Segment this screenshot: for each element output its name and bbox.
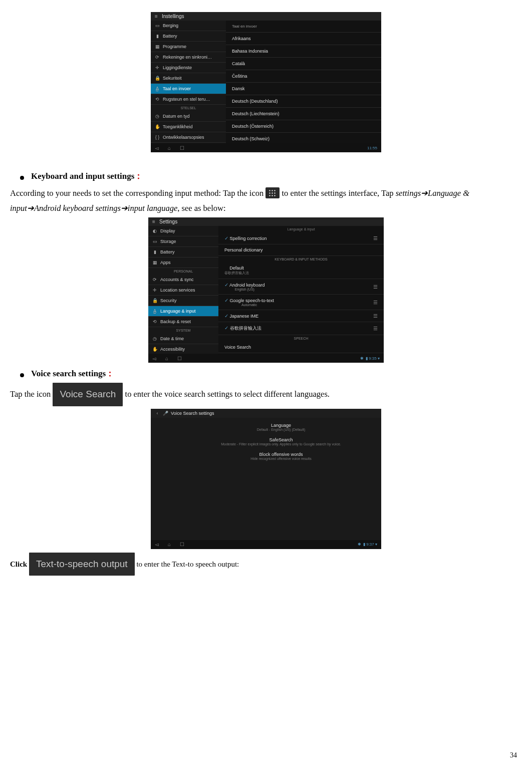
sidebar-item[interactable]: ⟲Rugsteun en stel teru… xyxy=(151,94,226,105)
setting-row-voice-search[interactable]: Voice Search xyxy=(218,342,384,353)
sidebar-item[interactable]: ✋Toeganklikheid xyxy=(151,122,226,132)
sliders-icon[interactable]: ☰ xyxy=(373,313,378,319)
back-icon[interactable]: ◅ xyxy=(155,145,159,151)
sidebar-item[interactable]: { }Ontwikkelaarsopsies xyxy=(151,132,226,143)
sidebar-item[interactable]: 🔒Security xyxy=(148,296,218,306)
clock-icon: ◷ xyxy=(152,336,157,341)
setting-row-spelling[interactable]: ✓ Spelling correction ☰ xyxy=(218,232,384,244)
check-icon: ✓ xyxy=(224,282,228,288)
sidebar-item[interactable]: ▦Apps xyxy=(148,257,218,268)
back-icon[interactable]: ◅ xyxy=(152,356,156,361)
sliders-icon[interactable]: ☰ xyxy=(373,284,378,290)
section-header: SPEECH xyxy=(218,335,384,342)
bluetooth-icon: ✱ xyxy=(358,542,361,547)
heading-voice-search: Voice search settings： xyxy=(20,368,522,379)
clock-icon: ◷ xyxy=(155,114,160,119)
home-icon[interactable]: ⌂ xyxy=(168,542,171,547)
lock-icon: 🔒 xyxy=(152,298,157,303)
sidebar-item[interactable]: ⟳Rekeninge en sinkroni… xyxy=(151,52,226,63)
input-method-google-speech[interactable]: ✓ Google speech-to-textAutomatic ☰ xyxy=(218,295,384,310)
setting-row-dictionary[interactable]: Personal dictionary xyxy=(218,244,384,256)
setting-row-language[interactable]: Language Default - English (US) (Default… xyxy=(181,420,381,434)
sync-icon: ⟳ xyxy=(155,55,160,60)
sidebar-item[interactable]: ✛Location services xyxy=(148,285,218,296)
language-option[interactable]: Deutsch (Deutschland) xyxy=(226,95,381,108)
recent-icon[interactable]: ☐ xyxy=(180,542,184,547)
accessibility-icon: ✋ xyxy=(152,347,157,352)
voice-search-button: Voice Search xyxy=(53,383,123,406)
language-option[interactable]: Afrikaans xyxy=(226,33,381,45)
back-icon[interactable]: ◅ xyxy=(155,542,159,547)
language-option[interactable]: Deutsch (Österreich) xyxy=(226,120,381,133)
input-method-android-keyboard[interactable]: ✓ Android keyboardEnglish (US) ☰ xyxy=(218,279,384,295)
input-method-japanese-ime[interactable]: ✓ Japanese IME ☰ xyxy=(218,310,384,322)
language-option[interactable]: Bahasa Indonesia xyxy=(226,45,381,58)
input-method-pinyin[interactable]: ✓ 谷歌拼音输入法 ☰ xyxy=(218,322,384,335)
system-nav-bar: ◅ ⌂ ☐ 11:55 xyxy=(151,143,381,152)
battery-icon: ▮ xyxy=(155,34,160,39)
title-text: Instellings xyxy=(162,14,184,19)
language-option[interactable]: Deutsch (Liechtenstein) xyxy=(226,108,381,120)
setting-row-block-offensive[interactable]: Block offensive words Hide recognized of… xyxy=(181,449,381,463)
window-title: ‹ 🎤 Voice Search settings xyxy=(151,409,381,418)
bullet-icon xyxy=(20,176,24,180)
settings-icon: ≡ xyxy=(151,219,156,224)
settings-sidebar: ◐Display ▭Storage ▮Battery ▦Apps PERSONA… xyxy=(148,226,218,355)
sidebar-item[interactable]: ▮Battery xyxy=(151,31,226,42)
apps-icon: ▦ xyxy=(152,260,157,265)
language-option[interactable]: Català xyxy=(226,58,381,70)
input-method-default[interactable]: Default谷歌拼音输入法 xyxy=(218,263,384,279)
screenshot-language-list: ≡ Instellings ▭Berging ▮Battery ▦Program… xyxy=(151,12,381,152)
paragraph-tts: Click Text-to-speech output to enter the… xyxy=(10,553,522,576)
panel-header: Taal en invoer xyxy=(226,21,381,33)
setting-row-safesearch[interactable]: SafeSearch Moderate - Filter explicit im… xyxy=(181,434,381,449)
home-icon[interactable]: ⌂ xyxy=(168,145,171,151)
sidebar-section: SYSTEM xyxy=(148,327,218,334)
location-icon: ✛ xyxy=(152,288,157,293)
recent-icon[interactable]: ☐ xyxy=(177,356,182,361)
sidebar-item[interactable]: ▭Storage xyxy=(148,236,218,247)
sidebar-item-language-input[interactable]: A̲Language & input xyxy=(148,306,218,317)
sidebar-item[interactable]: ⟲Backup & reset xyxy=(148,317,218,327)
sidebar-item[interactable]: 🔒Sekuriteit xyxy=(151,73,226,84)
settings-sidebar: ▭Berging ▮Battery ▦Programme ⟳Rekeninge … xyxy=(151,21,226,145)
language-option[interactable]: Dansk xyxy=(226,83,381,95)
recent-icon[interactable]: ☐ xyxy=(180,145,184,151)
storage-icon: ▭ xyxy=(152,239,157,244)
paragraph-voice-search: Tap the icon Voice Search to enter the v… xyxy=(10,383,522,406)
apps-grid-icon xyxy=(265,187,280,198)
storage-icon: ▭ xyxy=(155,23,160,28)
sidebar-item[interactable]: ✋Accessibility xyxy=(148,344,218,355)
lock-icon: 🔒 xyxy=(155,76,160,81)
sliders-icon[interactable]: ☰ xyxy=(373,235,378,241)
clock: 9:37 xyxy=(366,542,374,547)
voice-search-panel: Language Default - English (US) (Default… xyxy=(151,418,381,463)
keyboard-icon: A̲ xyxy=(155,86,160,91)
window-title: ≡ Settings xyxy=(148,217,384,226)
back-icon[interactable]: ‹ xyxy=(155,411,160,416)
page-number: 34 xyxy=(510,751,517,759)
check-icon: ✓ xyxy=(224,298,228,303)
backup-icon: ⟲ xyxy=(152,319,157,324)
sidebar-item-language-input[interactable]: A̲Taal en invoer xyxy=(151,84,226,94)
sidebar-item[interactable]: ◐Display xyxy=(148,226,218,236)
sidebar-item[interactable]: ▭Berging xyxy=(151,21,226,31)
sidebar-item[interactable]: ◷Datum en tyd xyxy=(151,111,226,122)
sliders-icon[interactable]: ☰ xyxy=(373,300,378,305)
language-input-panel: Language & input ✓ Spelling correction ☰… xyxy=(218,226,384,355)
mic-icon: 🎤 xyxy=(163,411,168,416)
sidebar-item[interactable]: ⟳Accounts & sync xyxy=(148,275,218,285)
sidebar-item[interactable]: ▦Programme xyxy=(151,42,226,52)
check-icon: ✓ xyxy=(224,313,228,319)
sidebar-item[interactable]: ◷Date & time xyxy=(148,334,218,344)
language-option[interactable]: Čeština xyxy=(226,70,381,83)
sidebar-item[interactable]: ✛Liggingdienste xyxy=(151,63,226,73)
sync-icon: ⟳ xyxy=(152,277,157,282)
home-icon[interactable]: ⌂ xyxy=(165,356,168,361)
display-icon: ◐ xyxy=(152,228,157,233)
title-text: Voice Search settings xyxy=(171,411,214,416)
system-nav-bar: ◅ ⌂ ☐ ✱ ▮ 9:37 ▾ xyxy=(151,540,381,549)
sidebar-item[interactable]: ▮Battery xyxy=(148,247,218,257)
sliders-icon[interactable]: ☰ xyxy=(373,326,378,331)
bluetooth-icon: ✱ xyxy=(360,356,364,361)
